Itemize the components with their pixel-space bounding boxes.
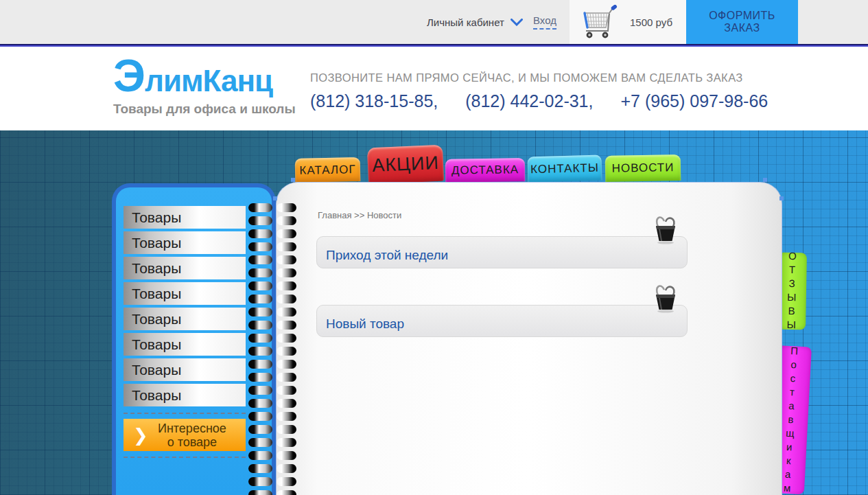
tab-news[interactable]: НОВОСТИ xyxy=(605,154,681,182)
call-prompt: ПОЗВОНИТЕ НАМ ПРЯМО СЕЙЧАС, И МЫ ПОМОЖЕМ… xyxy=(310,71,768,84)
chevron-right-icon: ❯ xyxy=(133,426,148,444)
topbar: Личный кабинет Вход 1500 руб ОФОРМИТЬ ЗА… xyxy=(0,0,868,44)
promo-button-label: Интересное о товаре xyxy=(152,422,242,449)
sidebar-item-label: Товары xyxy=(132,286,181,302)
tab-contacts[interactable]: КОНТАКТЫ xyxy=(528,155,602,183)
checkout-button[interactable]: ОФОРМИТЬ ЗАКАЗ xyxy=(686,0,798,44)
account-menu[interactable]: Личный кабинет xyxy=(427,0,523,44)
news-title: Приход этой недели xyxy=(317,248,448,268)
spiral-ring xyxy=(248,438,296,447)
spiral-ring xyxy=(248,464,296,473)
sidebar-item-tovary-1[interactable]: Товары xyxy=(124,206,246,229)
spiral-ring xyxy=(248,477,296,486)
sidebar-dashed-divider xyxy=(124,457,246,458)
main-stage: КАТАЛОГ АКЦИИ ДОСТАВКА КОНТАКТЫ НОВОСТИ … xyxy=(0,130,868,495)
tab-contacts-label: КОНТАКТЫ xyxy=(530,161,599,176)
anchor-handle xyxy=(763,178,767,182)
tab-delivery[interactable]: ДОСТАВКА xyxy=(445,158,525,183)
spiral-ring xyxy=(248,268,296,277)
binder-clip-icon xyxy=(652,211,679,247)
sidebar-item-tovary-3[interactable]: Товары xyxy=(124,257,246,279)
spiral-ring xyxy=(248,490,296,495)
tab-sale[interactable]: АКЦИИ xyxy=(367,145,444,185)
tab-sale-label: АКЦИИ xyxy=(372,152,440,176)
sidebar-item-tovary-6[interactable]: Товары xyxy=(124,333,246,356)
sidebar-item-label: Товары xyxy=(132,235,181,251)
sidebar-item-label: Товары xyxy=(132,311,181,327)
cart-total: 1500 руб xyxy=(630,16,672,28)
spiral-ring xyxy=(248,229,296,238)
tab-catalog-label: КАТАЛОГ xyxy=(299,163,355,178)
spiral-ring xyxy=(248,203,296,212)
news-item: Приход этой недели xyxy=(316,236,688,268)
side-tab-reviews-label: ОТЗЫВЫ xyxy=(786,250,797,332)
sidebar-item-tovary-4[interactable]: Товары xyxy=(124,282,246,305)
login-link-label: Вход xyxy=(533,14,556,30)
side-tab-suppliers-label: Поставщикам xyxy=(782,344,799,495)
spiral-ring xyxy=(248,321,296,330)
spiral-ring xyxy=(248,347,296,356)
sidebar-item-tovary-7[interactable]: Товары xyxy=(124,358,246,381)
news-title: Новый товар xyxy=(317,316,404,336)
spiral-ring xyxy=(248,242,296,251)
spiral-ring xyxy=(248,216,296,225)
content-panel: Главная >> Новости Приход этой недели xyxy=(276,182,782,495)
tab-catalog[interactable]: КАТАЛОГ xyxy=(295,157,361,183)
tab-delivery-label: ДОСТАВКА xyxy=(451,163,519,177)
cart-zone[interactable]: 1500 руб xyxy=(570,0,686,44)
checkout-button-label: ОФОРМИТЬ ЗАКАЗ xyxy=(690,10,794,34)
phone-list: (812) 318-15-85, (812) 442-02-31, +7 (96… xyxy=(310,91,768,111)
spiral-ring xyxy=(248,399,296,408)
sidebar-item-tovary-8[interactable]: Товары xyxy=(124,384,246,406)
spiral-ring xyxy=(248,425,296,434)
login-link[interactable]: Вход xyxy=(533,0,556,44)
sidebar-item-label: Товары xyxy=(132,336,181,353)
spiral-ring xyxy=(248,255,296,264)
spiral-ring xyxy=(248,386,296,395)
spiral-ring xyxy=(248,360,296,369)
sidebar-item-label: Товары xyxy=(132,387,181,404)
promo-button[interactable]: ❯ Интересное о товаре xyxy=(124,419,246,451)
spiral-ring xyxy=(248,308,296,316)
logo[interactable]: ЭлимКанц Товары для офиса и школы xyxy=(113,55,296,117)
header: ЭлимКанц Товары для офиса и школы ПОЗВОН… xyxy=(0,47,868,130)
spiral-binding xyxy=(248,203,296,495)
spiral-ring xyxy=(248,451,296,460)
spiral-ring xyxy=(248,334,296,343)
promo-line1: Интересное xyxy=(158,422,226,435)
sidebar-item-tovary-5[interactable]: Товары xyxy=(124,308,246,330)
promo-line2: о товаре xyxy=(167,435,217,449)
sidebar-dashed-divider xyxy=(124,413,246,414)
logo-tagline: Товары для офиса и школы xyxy=(113,102,296,117)
spiral-ring xyxy=(248,295,296,303)
sidebar-item-label: Товары xyxy=(132,362,181,378)
sidebar-item-label: Товары xyxy=(132,209,181,226)
news-link-box[interactable]: Новый товар xyxy=(316,305,688,337)
account-menu-label: Личный кабинет xyxy=(427,16,504,28)
spiral-ring xyxy=(248,281,296,290)
binder-clip-icon xyxy=(652,280,679,316)
tab-news-label: НОВОСТИ xyxy=(611,161,674,176)
breadcrumb[interactable]: Главная >> Новости xyxy=(318,210,401,220)
phone-number: (812) 442-02-31, xyxy=(465,91,593,111)
chevron-down-icon xyxy=(511,19,523,26)
logo-text: ЭлимКанц xyxy=(113,55,296,102)
phone-number: +7 (965) 097-98-66 xyxy=(620,91,768,111)
spiral-ring xyxy=(248,412,296,421)
cart-icon xyxy=(578,5,618,39)
anchor-handle xyxy=(273,196,277,200)
news-link-box[interactable]: Приход этой недели xyxy=(316,236,688,268)
anchor-handle xyxy=(779,196,784,200)
news-item: Новый товар xyxy=(316,305,688,337)
spiral-ring xyxy=(248,373,296,382)
anchor-handle xyxy=(291,178,295,182)
sidebar-item-tovary-2[interactable]: Товары xyxy=(124,231,246,254)
phone-number: (812) 318-15-85, xyxy=(310,91,438,111)
sidebar-item-label: Товары xyxy=(132,260,181,277)
call-block: ПОЗВОНИТЕ НАМ ПРЯМО СЕЙЧАС, И МЫ ПОМОЖЕМ… xyxy=(310,71,768,111)
